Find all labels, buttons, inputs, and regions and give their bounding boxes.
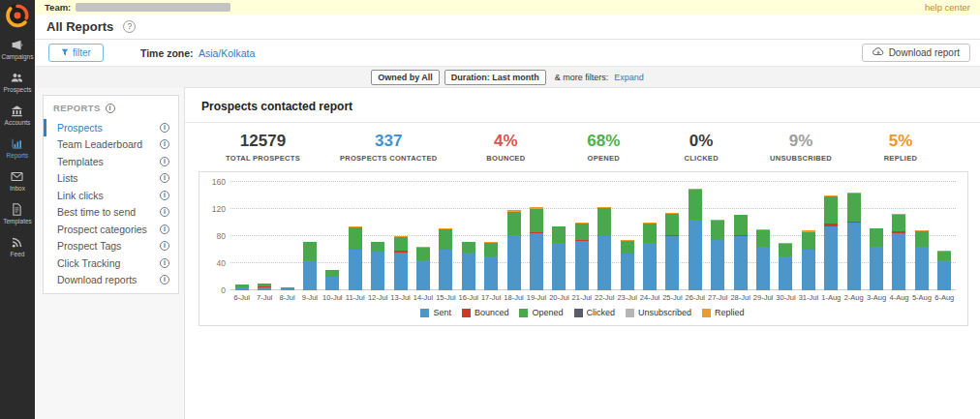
stat-label: BOUNCED [476,154,535,163]
y-tick-label: 120 [212,204,226,214]
sidebar-item-accounts[interactable]: Accounts [2,99,34,132]
bar-30-Jul[interactable] [779,182,792,290]
bar-16-Jul[interactable] [462,182,475,290]
legend-item-opened[interactable]: Opened [519,308,563,317]
filter-chip[interactable]: Duration: Last month [444,70,546,85]
bar-segment-opened [870,228,883,246]
info-icon[interactable]: i [160,139,169,149]
bar-6-Aug[interactable] [937,182,951,290]
bar-21-Jul[interactable] [575,182,589,290]
reports-list-item-templates[interactable]: Templatesi [44,153,178,170]
bar-5-Aug[interactable] [915,182,929,290]
app-root: CampaignsProspectsAccountsReportsInboxTe… [0,0,980,419]
timezone-link[interactable]: Asia/Kolkata [199,47,255,59]
bar-column [684,182,706,290]
legend-item-sent[interactable]: Sent [420,308,451,317]
bar-20-Jul[interactable] [552,182,566,290]
bar-27-Jul[interactable] [711,182,724,290]
bar-29-Jul[interactable] [756,182,770,290]
reports-list-item-prospects[interactable]: Prospectsi [44,119,178,136]
bar-8-Jul[interactable] [281,182,294,290]
reports-list-item-download-reports[interactable]: Download reportsi [44,272,178,289]
download-report-button[interactable]: Download report [862,44,970,62]
bar-column [344,182,366,290]
info-icon[interactable]: i [160,207,169,217]
info-icon[interactable]: i [160,224,169,234]
x-tick-label: 4-Aug [888,293,910,302]
sidebar-item-campaigns[interactable]: Campaigns [2,33,34,66]
bar-2-Aug[interactable] [847,182,861,290]
expand-filters-link[interactable]: Expand [614,73,644,82]
reports-list-item-lists[interactable]: Listsi [44,170,178,188]
info-icon[interactable]: i [160,241,169,251]
x-tick-label: 6-Jul [230,293,253,302]
envelope-icon [11,170,23,183]
bar-10-Jul[interactable] [325,182,339,290]
legend-item-replied[interactable]: Replied [702,308,745,317]
reports-list-item-team-leaderboard[interactable]: Team Leaderboardi [44,136,178,154]
bar-3-Aug[interactable] [870,182,883,290]
reports-list-item-prospect-tags[interactable]: Prospect Tagsi [44,238,178,255]
rss-feed-icon [11,236,23,249]
bar-segment-sent [802,250,815,290]
bar-column [616,182,638,290]
bar-segment-sent [371,252,384,290]
legend-item-clicked[interactable]: Clicked [574,308,616,317]
filter-button[interactable]: filter [48,44,104,62]
reports-list-item-prospect-categories[interactable]: Prospect categoriesi [44,221,178,238]
info-icon[interactable]: i [160,157,169,166]
report-title: Prospects contacted report [185,88,980,122]
info-icon[interactable]: i [160,173,169,183]
bar-segment-sent [507,235,521,290]
bar-25-Jul[interactable] [665,182,679,290]
bar-1-Aug[interactable] [824,182,838,290]
bar-23-Jul[interactable] [621,182,634,290]
bar-22-Jul[interactable] [597,182,611,290]
sidebar-item-reports[interactable]: Reports [2,132,34,165]
bar-9-Jul[interactable] [303,182,317,290]
sidebar-item-templates[interactable]: Templates [2,197,34,230]
reports-list-item-click-tracking[interactable]: Click Trackingi [44,254,178,272]
info-icon[interactable]: i [106,104,115,113]
help-center-link[interactable]: help center [925,2,970,13]
legend-item-unsubscribed[interactable]: Unsubscribed [626,308,691,317]
bar-column [707,182,729,290]
info-icon[interactable]: i [160,123,169,133]
question-circle-icon[interactable]: ? [123,20,136,33]
chart-legend: SentBouncedOpenedClickedUnsubscribedRepl… [203,308,962,317]
sidebar-item-label: Inbox [10,185,25,192]
bar-7-Jul[interactable] [258,182,271,290]
bar-31-Jul[interactable] [802,182,815,290]
info-icon[interactable]: i [160,191,169,200]
filter-chip[interactable]: Owned by All [371,70,440,85]
sidebar-item-label: Templates [3,218,32,224]
bar-11-Jul[interactable] [349,182,362,290]
bar-13-Jul[interactable] [394,182,408,290]
sidebar-item-inbox[interactable]: Inbox [2,165,34,197]
bar-12-Jul[interactable] [371,182,384,290]
bar-26-Jul[interactable] [689,182,702,290]
reports-list-item-best-time-to-send[interactable]: Best time to sendi [44,204,178,222]
stat-label: OPENED [574,154,632,163]
info-icon[interactable]: i [160,258,169,268]
reports-list-item-link-clicks[interactable]: Link clicksi [44,187,178,204]
reports-panel-header: REPORTS i [44,96,178,119]
sidebar-item-feed[interactable]: Feed [2,230,34,263]
bar-28-Jul[interactable] [734,182,748,290]
info-icon[interactable]: i [160,275,169,284]
main-content: Prospects contacted report 12579TOTAL PR… [184,87,980,419]
stat-value: 5% [872,132,930,151]
stat-label: CLICKED [672,154,730,163]
bar-18-Jul[interactable] [507,182,521,290]
bar-4-Aug[interactable] [892,182,905,290]
bar-14-Jul[interactable] [416,182,430,290]
bar-15-Jul[interactable] [439,182,452,290]
page-title: All Reports [46,19,113,34]
bar-24-Jul[interactable] [643,182,657,290]
app-logo[interactable] [5,3,30,28]
bar-6-Jul[interactable] [235,182,249,290]
legend-item-bounced[interactable]: Bounced [462,308,509,317]
sidebar-item-prospects[interactable]: Prospects [2,66,34,99]
bar-19-Jul[interactable] [530,182,543,290]
bar-17-Jul[interactable] [484,182,498,290]
